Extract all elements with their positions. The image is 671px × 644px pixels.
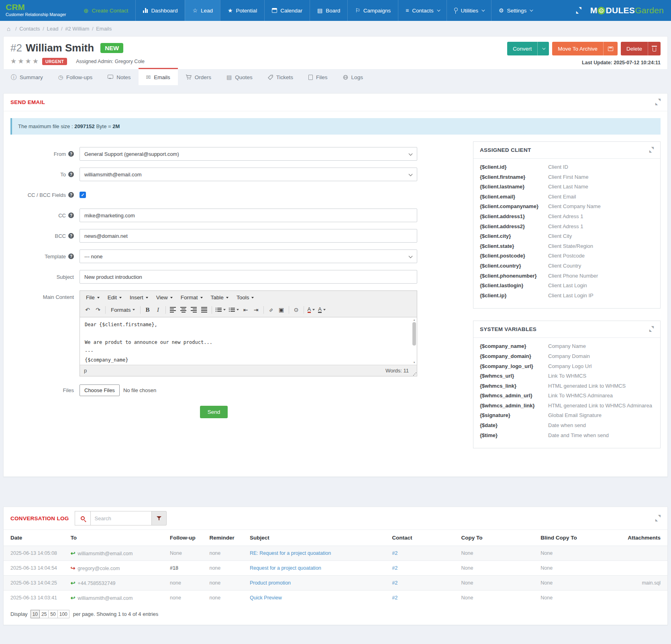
variable-token[interactable]: {$client.lastname} — [480, 184, 548, 190]
variable-token[interactable]: {$whmcs_admin_url} — [480, 393, 548, 399]
help-icon[interactable] — [68, 213, 74, 218]
breadcrumb-link[interactable]: Contacts — [19, 26, 40, 32]
search-input[interactable] — [91, 511, 152, 525]
home-icon[interactable]: ⌂ — [7, 25, 10, 32]
editor-menu-tools[interactable]: Tools — [233, 293, 258, 302]
breadcrumb-link[interactable]: Emails — [96, 26, 112, 32]
nav-item-board[interactable]: ▤Board — [310, 0, 347, 21]
conversation-row[interactable]: 2025-06-13 14:05:08 ↩williamsmith@email.… — [4, 546, 667, 561]
variable-token[interactable]: {$signature} — [480, 412, 548, 418]
tab-orders[interactable]: Orders — [178, 69, 219, 85]
archive-icon-segment[interactable] — [603, 42, 618, 55]
variable-token[interactable]: {$client.address2} — [480, 223, 548, 229]
subject-link[interactable]: Quick Preview — [250, 595, 282, 601]
column-header-follow-up[interactable]: Follow-up — [167, 530, 206, 546]
column-header-blind-copy-to[interactable]: Blind Copy To — [537, 530, 618, 546]
contact-link[interactable]: #2 — [392, 550, 398, 556]
conversation-row[interactable]: 2025-06-13 14:04:54 ↪gregory@cole.com #1… — [4, 561, 667, 576]
column-header-subject[interactable]: Subject — [247, 530, 389, 546]
subject-link[interactable]: RE: Request for a project quoatation — [250, 550, 331, 556]
align-justify-icon[interactable] — [199, 305, 210, 315]
nav-item-calendar[interactable]: Calendar — [264, 0, 310, 21]
expand-panel-icon[interactable] — [649, 327, 654, 331]
subject-link[interactable]: Request for a project quoatation — [250, 565, 321, 571]
variable-token[interactable]: {$client.firstname} — [480, 174, 548, 180]
variable-token[interactable]: {$client.phonenumber} — [480, 273, 548, 279]
help-icon[interactable] — [68, 192, 74, 198]
column-header-date[interactable]: Date — [4, 530, 67, 546]
conversation-row[interactable]: 2025-06-13 14:04:25 ↩+44.7585532749 none… — [4, 576, 667, 591]
indent-icon[interactable]: ⇥ — [251, 305, 261, 315]
breadcrumb-link[interactable]: Lead — [47, 26, 59, 32]
editor-menu-format[interactable]: Format — [177, 293, 206, 302]
variable-token[interactable]: {$whmcs_link} — [480, 383, 548, 389]
help-icon[interactable] — [68, 151, 74, 157]
ccbcc-checkbox[interactable] — [80, 192, 86, 198]
tab-notes[interactable]: Notes — [100, 69, 138, 85]
nav-item-lead[interactable]: ☆Lead — [185, 0, 220, 21]
star-icon[interactable]: ★ — [33, 57, 40, 65]
bold-icon[interactable]: B — [143, 305, 153, 315]
breadcrumb-link[interactable]: #2 William — [65, 26, 89, 32]
help-icon[interactable] — [68, 233, 74, 239]
editor-scrollbar[interactable]: ▲▼ — [412, 318, 416, 364]
nav-item-dashboard[interactable]: Dashboard — [135, 0, 185, 21]
tab-quotes[interactable]: ▤Quotes — [219, 69, 260, 85]
template-select[interactable]: --- none — [80, 249, 417, 263]
tab-files[interactable]: Files — [301, 69, 335, 85]
preview-icon[interactable]: ⊙ — [291, 305, 302, 315]
link-icon[interactable]: ∞ — [266, 305, 276, 315]
align-right-icon[interactable] — [189, 305, 199, 315]
subject-link[interactable]: Product promotion — [250, 580, 291, 586]
expand-panel-icon[interactable] — [649, 148, 654, 152]
resize-grip[interactable] — [413, 372, 416, 376]
star-icon[interactable]: ★ — [10, 57, 18, 65]
column-header-reminder[interactable]: Reminder — [206, 530, 246, 546]
text-color-icon[interactable]: A — [306, 305, 317, 315]
variable-token[interactable]: {$whmcs_admin_link} — [480, 403, 548, 409]
per-page-button-50[interactable]: 50 — [48, 610, 57, 618]
nav-item-create-contact[interactable]: ⊕Create Contact — [76, 0, 135, 21]
star-icon[interactable]: ★ — [25, 57, 33, 65]
nav-item-contacts[interactable]: ≡Contacts — [398, 0, 446, 21]
variable-token[interactable]: {$whmcs_url} — [480, 373, 548, 379]
convert-dropdown[interactable] — [537, 42, 549, 55]
editor-menu-view[interactable]: View — [153, 293, 176, 302]
column-header-copy-to[interactable]: Copy To — [458, 530, 538, 546]
editor-menu-edit[interactable]: Edit — [104, 293, 125, 302]
from-select[interactable]: General Support (general@support.com) — [80, 147, 417, 161]
tab-tickets[interactable]: Tickets — [260, 69, 301, 85]
variable-token[interactable]: {$client.email} — [480, 194, 548, 200]
expand-panel-icon[interactable] — [655, 516, 661, 521]
variable-token[interactable]: {$company_logo_url} — [480, 363, 548, 369]
redo-icon[interactable]: ↷ — [93, 305, 103, 315]
star-icon[interactable]: ★ — [18, 57, 25, 65]
variable-token[interactable]: {$client.lastlogin} — [480, 282, 548, 288]
to-select[interactable]: williamsmith@email.com — [80, 168, 417, 181]
formats-dropdown[interactable]: Formats — [108, 305, 138, 315]
contact-link[interactable]: #2 — [392, 565, 398, 571]
cc-input[interactable] — [80, 209, 417, 222]
bcc-input[interactable] — [80, 229, 417, 243]
tab-summary[interactable]: ⓘSummary — [3, 69, 51, 85]
italic-icon[interactable]: I — [153, 305, 163, 315]
nav-item-campaigns[interactable]: ⚐Campaigns — [347, 0, 398, 21]
per-page-button-10[interactable]: 10 — [31, 610, 40, 618]
help-icon[interactable] — [68, 172, 74, 177]
nav-item-settings[interactable]: ⚙Settings — [491, 0, 539, 21]
variable-token[interactable]: {$time} — [480, 432, 548, 438]
align-center-icon[interactable] — [178, 305, 189, 315]
variable-token[interactable]: {$date} — [480, 422, 548, 428]
variable-token[interactable]: {$client.state} — [480, 243, 548, 249]
back-color-icon[interactable]: A — [316, 305, 327, 315]
delete-button[interactable]: Delete — [621, 42, 661, 55]
send-button[interactable]: Send — [200, 406, 228, 418]
tab-emails[interactable]: ✉Emails — [139, 68, 178, 85]
help-icon[interactable] — [68, 254, 74, 259]
rating-stars[interactable]: ★★★★ — [10, 57, 40, 65]
delete-icon-segment[interactable] — [648, 42, 661, 55]
editor-menu-file[interactable]: File — [82, 293, 103, 302]
editor-menu-insert[interactable]: Insert — [126, 293, 152, 302]
contact-link[interactable]: #2 — [392, 580, 398, 586]
choose-files-button[interactable]: Choose Files — [80, 384, 120, 396]
